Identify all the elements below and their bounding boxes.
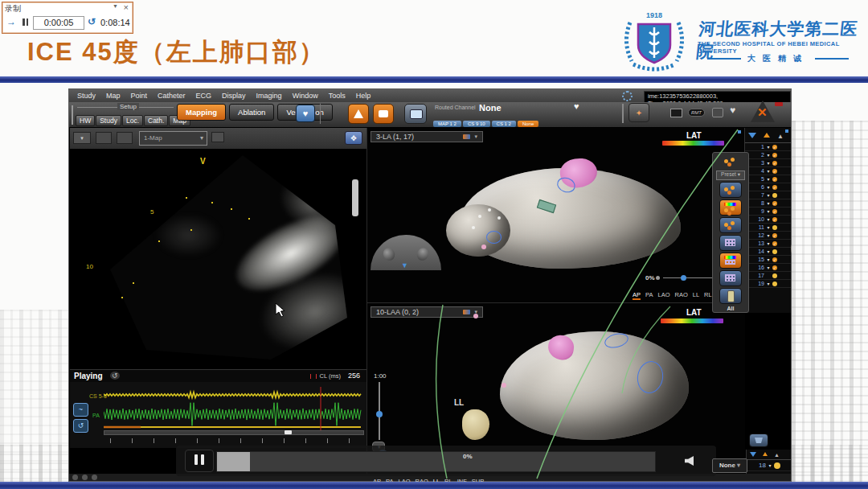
map2-reference-heart[interactable] [462,409,489,440]
point-toggle[interactable]: ✓ [772,153,777,158]
recorder-collapse-icon[interactable]: ▼ [113,3,118,9]
recorder-pause-icon[interactable] [22,18,29,27]
volume-icon[interactable] [685,456,694,466]
screen-share-button[interactable] [404,104,427,124]
channel-button[interactable]: MAP 1 2 [433,121,461,127]
point-toggle[interactable]: ✓ [772,169,777,174]
point-toggle[interactable]: ✓ [772,209,777,214]
view-button-ap[interactable]: AP [633,291,641,300]
snapshot-tool-button[interactable] [373,104,394,124]
cone-tool-button[interactable] [348,104,369,124]
channel-button[interactable]: None [518,121,538,127]
patient-heart-button[interactable]: ♥ [296,105,315,122]
tags-button[interactable] [719,182,742,198]
channel-button[interactable]: CS 9 10 [463,121,490,127]
ecg-scrollbar[interactable] [104,430,364,435]
point-toggle[interactable]: ✓ [772,201,777,206]
setup-button[interactable]: Study [96,115,121,126]
point-toggle[interactable]: ✓ [772,241,777,246]
signal-slider[interactable] [622,104,624,123]
zoom-slider-thumb[interactable] [681,275,686,281]
points-color-button[interactable] [719,199,742,216]
sort-triangle-icon[interactable] [763,452,768,456]
points-row[interactable]: 1▾✓ [745,143,791,151]
dial-center-arrow[interactable]: ▼ [401,261,408,269]
menu-item[interactable]: Display [222,92,246,100]
routed-channel-value[interactable]: None [479,103,502,113]
filter-funnel-icon[interactable] [750,452,756,457]
menu-item[interactable]: Point [131,92,148,100]
point-toggle[interactable] [772,225,777,230]
ice-panel-body[interactable]: V 5 10 [70,149,366,369]
point-toggle[interactable]: ✓ [772,161,777,166]
view-button-rao[interactable]: RAO [674,291,687,298]
setup-button[interactable]: HW [76,115,95,126]
view-button-rl[interactable]: RL [704,291,712,298]
ecg-scroll-thumb[interactable] [285,430,292,434]
points-row[interactable]: 11▾ [745,224,791,232]
ice-tool-button-1[interactable] [96,132,112,144]
ecg-loop-button[interactable]: ↺ [73,419,88,433]
points-row[interactable]: 4▾✓ [745,167,791,175]
menu-item[interactable]: Tools [329,92,346,100]
menu-item[interactable]: Window [293,92,318,100]
points-row[interactable]: 14▾ [745,248,791,256]
menu-item[interactable]: Study [77,92,96,100]
all-label[interactable]: All [713,306,748,311]
sort-triangle-icon[interactable] [764,133,770,138]
map2-tab[interactable]: 10-LAA (0, 2) ▾ [371,306,483,318]
gear-icon[interactable] [622,91,633,101]
menu-item[interactable]: Imaging [256,92,282,100]
setup-button[interactable]: Cath. [144,115,168,126]
menu-item[interactable]: Help [356,92,371,100]
color-mesh-button[interactable] [719,253,742,269]
points-row[interactable]: 2▾✓ [745,151,791,159]
ecg-panel-body[interactable]: CS 5-6 PA ~ ↺ [70,382,366,448]
point-toggle[interactable]: ✓ [772,217,777,222]
dots-button[interactable] [719,217,742,233]
view-button-ll[interactable]: LL [693,291,699,298]
point-toggle[interactable] [772,273,777,278]
points-row[interactable]: 5▾✓ [745,175,791,183]
recorder-elapsed-time[interactable]: 0:00:05 [33,16,84,30]
point-toggle[interactable]: ✓ [772,233,777,238]
map2-scale-slider[interactable] [379,382,380,440]
points-row[interactable]: 13▾✓ [745,240,791,248]
points-row[interactable]: 12▾✓ [745,232,791,240]
points-row[interactable]: 15▾✓ [745,256,791,264]
scale-slider-thumb[interactable] [376,411,383,417]
ice-map-dropdown[interactable]: 1-Map ▾ [139,131,207,146]
menu-item[interactable]: Map [106,92,121,100]
points-row[interactable]: 17 [745,272,791,280]
point-toggle[interactable]: ✓ [772,265,777,270]
ice-small-button[interactable] [211,132,224,142]
dial-plus-knob[interactable] [415,246,430,262]
mini-points-row[interactable]: 18 ▾ [747,460,791,471]
view-button-pa[interactable]: PA [645,291,653,298]
grid-button[interactable] [719,270,742,286]
none-dropdown[interactable]: None ▾ [712,458,747,473]
catheter-setup-button[interactable]: ✦ [628,103,649,122]
filter-funnel-icon[interactable] [748,133,756,138]
points-row[interactable]: 16▾✓ [745,264,791,272]
points-row[interactable]: 10▾✓ [745,216,791,224]
points-row[interactable]: 8▾✓ [745,199,791,208]
video-pause-button[interactable] [185,450,214,472]
point-toggle[interactable]: ✓ [772,185,777,190]
menu-item[interactable]: ECG [196,92,212,100]
ice-tool-button-2[interactable] [117,132,133,144]
points-row[interactable]: 9▾✓ [745,208,791,216]
points-display-button[interactable] [720,154,741,169]
opacity-button[interactable] [719,288,742,304]
point-toggle[interactable] [772,193,777,198]
recorder-close-icon[interactable]: × [124,2,129,12]
basket-tool-button[interactable] [749,434,768,447]
recorder-next-icon[interactable]: → [6,16,16,27]
point-toggle[interactable] [772,281,777,286]
ice-expand-button[interactable]: ✥ [345,131,362,145]
map1-rotation-dial[interactable]: ▼ [371,235,441,270]
ice-gain-slider[interactable] [352,179,358,216]
points-row[interactable]: 19▾ [745,280,791,288]
ice-menu-button[interactable]: ▾ [73,132,91,144]
map1-lat-colorbar[interactable] [662,141,724,146]
